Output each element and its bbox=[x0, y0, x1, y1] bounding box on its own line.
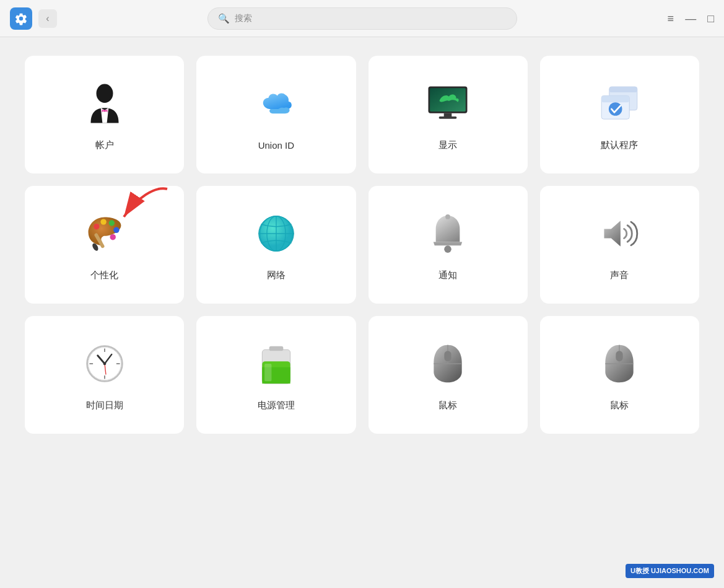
personalize-icon bbox=[80, 209, 129, 258]
watermark: U教授 UJIAOSHOU.COM bbox=[626, 564, 714, 578]
mouse1-svg bbox=[429, 343, 466, 385]
titlebar-left: ‹ bbox=[10, 7, 57, 30]
card-notification[interactable]: 通知 bbox=[369, 186, 528, 304]
account-person-icon bbox=[82, 81, 127, 126]
settings-gear-icon bbox=[14, 12, 28, 25]
svg-point-25 bbox=[445, 214, 450, 219]
titlebar-right: ≡ — □ bbox=[668, 13, 714, 24]
network-label: 网络 bbox=[267, 270, 286, 281]
speaker-icon bbox=[598, 213, 640, 255]
union-id-label: Union ID bbox=[258, 140, 294, 151]
settings-grid: 帐户 bbox=[0, 37, 724, 452]
notification-icon bbox=[423, 209, 473, 258]
card-account[interactable]: 帐户 bbox=[25, 56, 184, 173]
mouse2-svg bbox=[601, 343, 638, 385]
mouse2-icon bbox=[595, 339, 644, 388]
battery-icon bbox=[251, 339, 301, 388]
svg-point-17 bbox=[110, 234, 115, 239]
mouse1-label: 鼠标 bbox=[438, 400, 457, 411]
union-id-icon bbox=[251, 79, 301, 129]
personalize-label: 个性化 bbox=[90, 270, 118, 281]
search-bar-wrapper: 🔍 搜索 bbox=[64, 7, 660, 30]
svg-point-0 bbox=[96, 84, 113, 103]
sound-label: 声音 bbox=[610, 270, 629, 281]
svg-point-13 bbox=[94, 223, 99, 229]
svg-rect-44 bbox=[444, 351, 451, 361]
search-placeholder-text: 搜索 bbox=[235, 13, 252, 24]
battery-svg bbox=[260, 343, 293, 385]
card-personalize[interactable]: 个性化 bbox=[25, 186, 184, 304]
search-bar[interactable]: 🔍 搜索 bbox=[207, 7, 517, 30]
datetime-icon bbox=[80, 339, 129, 388]
svg-rect-41 bbox=[264, 364, 271, 381]
display-label: 显示 bbox=[438, 139, 457, 151]
minimize-button[interactable]: — bbox=[685, 13, 696, 24]
svg-rect-47 bbox=[616, 351, 623, 361]
palette-icon bbox=[84, 213, 126, 255]
mouse1-icon bbox=[423, 339, 473, 388]
svg-point-1 bbox=[103, 109, 106, 112]
card-sound[interactable]: 声音 bbox=[540, 186, 699, 304]
card-battery[interactable]: 电源管理 bbox=[196, 316, 355, 434]
account-icon bbox=[80, 79, 129, 128]
search-icon: 🔍 bbox=[218, 13, 230, 24]
card-mouse1[interactable]: 鼠标 bbox=[369, 316, 528, 434]
account-label: 帐户 bbox=[95, 139, 114, 151]
titlebar: ‹ 🔍 搜索 ≡ — □ bbox=[0, 0, 724, 37]
network-icon bbox=[251, 209, 301, 258]
menu-button[interactable]: ≡ bbox=[668, 13, 674, 24]
card-display[interactable]: 显示 bbox=[369, 56, 528, 173]
bell-icon bbox=[430, 212, 466, 255]
svg-point-16 bbox=[113, 227, 119, 232]
datetime-label: 时间日期 bbox=[86, 400, 123, 411]
app-icon bbox=[10, 7, 32, 30]
svg-rect-11 bbox=[602, 95, 630, 102]
card-datetime[interactable]: 时间日期 bbox=[25, 316, 184, 434]
cloud-icon bbox=[254, 84, 299, 124]
battery-label: 电源管理 bbox=[258, 400, 295, 411]
notification-label: 通知 bbox=[438, 270, 457, 281]
svg-rect-7 bbox=[439, 116, 457, 119]
maximize-button[interactable]: □ bbox=[707, 13, 714, 24]
svg-rect-40 bbox=[269, 346, 284, 351]
mouse2-label: 鼠标 bbox=[610, 400, 629, 411]
sound-icon bbox=[595, 209, 644, 258]
default-apps-svg bbox=[597, 82, 642, 125]
svg-point-26 bbox=[444, 245, 451, 253]
card-default-apps[interactable]: 默认程序 bbox=[540, 56, 699, 173]
card-mouse2[interactable]: 鼠标 bbox=[540, 316, 699, 434]
svg-rect-9 bbox=[609, 87, 637, 92]
svg-point-36 bbox=[103, 362, 106, 365]
svg-point-15 bbox=[108, 220, 114, 226]
card-network[interactable]: 网络 bbox=[196, 186, 355, 304]
default-apps-icon bbox=[595, 79, 644, 128]
clock-icon bbox=[84, 343, 126, 385]
back-button[interactable]: ‹ bbox=[38, 9, 57, 28]
svg-point-14 bbox=[100, 219, 106, 224]
monitor-icon bbox=[425, 83, 470, 123]
display-icon bbox=[423, 79, 473, 128]
card-union-id[interactable]: Union ID bbox=[196, 56, 355, 173]
default-apps-label: 默认程序 bbox=[601, 139, 638, 151]
globe-icon bbox=[255, 213, 297, 255]
